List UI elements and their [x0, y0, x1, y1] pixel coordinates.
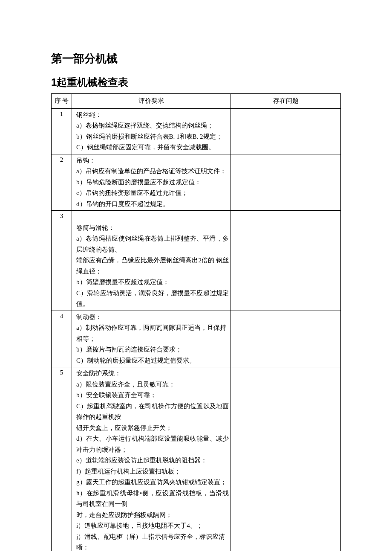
requirement-line: a）限位装置应齐全，且灵敏可靠； [76, 379, 229, 390]
requirement-line: 安全防护系统： [76, 368, 229, 379]
row-issue [231, 367, 341, 551]
header-req: 评价要求 [72, 94, 231, 109]
requirement-line: 钢丝绳： [76, 110, 229, 121]
row-issue [231, 154, 341, 211]
row-seq: 5 [52, 367, 72, 551]
requirement-line: b）磨擦片与闸瓦的连接应符合要求； [76, 344, 229, 355]
requirement-line: C）制动轮的磨损量应不超过规定值要求。 [76, 355, 229, 366]
table-header-row: 序 号 评价要求 存在问题 [52, 94, 341, 109]
requirement-line: 钮开关盒上，应设紧急停止开关； [76, 423, 229, 434]
part-heading: 第一部分机械 [51, 51, 341, 66]
requirement-line: 制动器： [76, 312, 229, 323]
requirement-line: b）安全联锁装置齐全可靠； [76, 390, 229, 401]
requirement-line: 时，走台处应设防护挡板或隔网； [76, 510, 229, 521]
table-row: 2吊钩：a）吊钩应有制造单位的产品合格证等技术证明文件；b）吊钩危险断面的磨损量… [52, 154, 341, 211]
table-row: 4制动器：a）制动器动作应可靠，两闸瓦间隙调正适当，且保持相等；b）磨擦片与闸瓦… [52, 311, 341, 367]
row-issue [231, 311, 341, 367]
section-heading: 1起重机械检查表 [51, 76, 341, 89]
requirement-line: a）制动器动作应可靠，两闸瓦间隙调正适当，且保持 [76, 323, 229, 334]
header-issue: 存在问题 [231, 94, 341, 109]
row-requirement: 安全防护系统：a）限位装置应齐全，且灵敏可靠；b）安全联锁装置齐全可靠；C）起重… [72, 367, 231, 551]
row-seq: 1 [52, 108, 72, 154]
table-row: 5安全防护系统：a）限位装置应齐全，且灵敏可靠；b）安全联锁装置齐全可靠；C）起… [52, 367, 341, 551]
row-requirement: 钢丝绳：a）卷扬钢丝绳应选择双绕、交捻结构的钢丝绳；b）钢丝绳的磨损和断丝应符合… [72, 108, 231, 154]
requirement-line: b）吊钩危险断面的磨损量应不超过规定值； [76, 177, 229, 188]
row-requirement: 吊钩：a）吊钩应有制造单位的产品合格证等技术证明文件；b）吊钩危险断面的磨损量应… [72, 154, 231, 211]
document-page: 第一部分机械 1起重机械检查表 序 号 评价要求 存在问题 1钢丝绳：a）卷扬钢… [0, 0, 392, 551]
requirement-line: a）卷筒绳槽应使钢丝绳在卷筒上排列整齐、平滑，多 层缠绕的卷筒、 [76, 233, 229, 255]
requirement-line: C）钢丝绳端部应固定可靠，并留有安全减载圈。 [76, 142, 229, 153]
requirement-line: c）吊钩的扭转变形量应不超过允许值； [76, 188, 229, 199]
table-row: 1钢丝绳：a）卷扬钢丝绳应选择双绕、交捻结构的钢丝绳；b）钢丝绳的磨损和断丝应符… [52, 108, 341, 154]
requirement-line: d）吊钩的开口度应不超过规定。 [76, 199, 229, 210]
row-requirement: 制动器：a）制动器动作应可靠，两闸瓦间隙调正适当，且保持相等；b）磨擦片与闸瓦的… [72, 311, 231, 367]
requirement-line: b）钢丝绳的磨损和断丝应符合表B. 1和表B. 2规定； [76, 131, 229, 142]
row-issue [231, 211, 341, 311]
table-row: 3 卷筒与滑轮：a）卷筒绳槽应使钢丝绳在卷筒上排列整齐、平滑，多 层缠绕的卷筒、… [52, 211, 341, 311]
row-seq: 4 [52, 311, 72, 367]
requirement-line: h）在起重机滑线母排•侧，应设置滑线挡板，当滑线 与司机室在同一侧 [76, 488, 229, 510]
requirement-line: C）起重机驾驶室内，在司机操作方便的位置以及地面 操作的起重机按 [76, 401, 229, 423]
requirement-line: a）吊钩应有制造单位的产品合格证等技术证明文件； [76, 166, 229, 177]
header-seq: 序 号 [52, 94, 72, 109]
requirement-line: i）道轨应可靠接地，且接地电阻不大于4。； [76, 520, 229, 532]
requirement-line: j）滑线、配电柜（屏）上指示信号应齐全，标识应清 [76, 532, 229, 543]
row-requirement: 卷筒与滑轮：a）卷筒绳槽应使钢丝绳在卷筒上排列整齐、平滑，多 层缠绕的卷筒、 端… [72, 211, 231, 311]
checklist-table: 序 号 评价要求 存在问题 1钢丝绳：a）卷扬钢丝绳应选择双绕、交捻结构的钢丝绳… [51, 93, 341, 551]
row-seq: 3 [52, 211, 72, 311]
requirement-line: C）滑轮应转动灵活，润滑良好，磨损量不应超过规定 值。 [76, 288, 229, 310]
requirement-line: b）筒壁磨损量不应超过规定值； [76, 277, 229, 288]
requirement-line: f）起重机运行机构上应设置扫轨板； [76, 466, 229, 477]
requirement-line: 端部应有凸缘，凸缘应比最外层钢丝绳高出2倍的 钢丝绳直径； [76, 255, 229, 277]
requirement-line: 晰； [76, 542, 229, 550]
row-issue [231, 108, 341, 154]
requirement-line: 卷筒与滑轮： [76, 223, 229, 234]
requirement-line: d）在大、小车运行机构端部应设置能吸收能量、减少 冲击力的缓冲器； [76, 433, 229, 455]
requirement-line: e）道轨端部应装设防止起重机脱轨的阻挡器； [76, 455, 229, 466]
requirement-line: 相等； [76, 334, 229, 345]
requirement-line: 吊钩： [76, 155, 229, 166]
row-seq: 2 [52, 154, 72, 211]
requirement-line [76, 212, 229, 223]
requirement-line: a）卷扬钢丝绳应选择双绕、交捻结构的钢丝绳； [76, 120, 229, 131]
requirement-line: g）露天工作的起重机应设置防风夹轨钳或锚定装置； [76, 477, 229, 488]
